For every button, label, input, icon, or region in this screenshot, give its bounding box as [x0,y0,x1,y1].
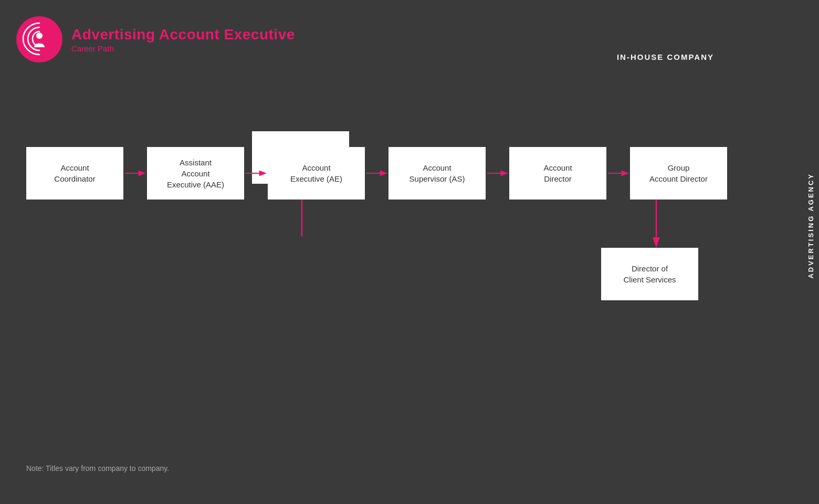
aae-label: AssistantAccountExecutive (AAE) [167,157,224,190]
svg-marker-11 [500,170,508,176]
agency-label-container: ADVERTISING AGENCY [807,126,815,326]
client-services-box-container: Director ofClient Services [601,248,698,300]
svg-point-1 [36,33,43,39]
arrow-3 [365,168,388,178]
group-director-label: GroupAccount Director [649,162,708,184]
page-subtitle: Career Path [71,44,295,53]
svg-marker-5 [138,170,145,176]
career-path-row: AccountCoordinator AssistantAccountExecu… [26,147,727,200]
svg-marker-15 [653,237,660,248]
svg-marker-13 [621,170,628,176]
ae-label: AccountExecutive (AE) [290,162,342,184]
in-house-label: IN-HOUSE COMPANY [617,52,714,61]
arrow-1 [123,168,147,178]
arrow-down-client-services [648,200,664,248]
page-title: Advertising Account Executive [71,26,295,43]
account-coordinator-box: AccountCoordinator [26,147,123,200]
client-services-label: Director ofClient Services [623,263,676,285]
client-services-box: Director ofClient Services [601,248,698,300]
logo-icon [16,16,63,63]
supervisor-label: AccountSupervisor (AS) [410,162,465,184]
arrow-2 [244,168,268,178]
supervisor-box: AccountSupervisor (AS) [388,147,486,200]
account-coordinator-label: AccountCoordinator [54,162,95,184]
account-director-box: AccountDirector [509,147,606,200]
header: Advertising Account Executive Career Pat… [16,16,295,63]
group-director-box: GroupAccount Director [630,147,727,200]
svg-marker-9 [380,170,387,176]
svg-marker-7 [259,170,266,176]
arrow-5 [606,168,630,178]
agency-label: ADVERTISING AGENCY [807,173,815,279]
aae-box: AssistantAccountExecutive (AAE) [147,147,244,200]
header-text: Advertising Account Executive Career Pat… [71,26,295,53]
ae-box: AccountExecutive (AE) [268,147,365,200]
arrow-4 [486,168,509,178]
account-director-label: AccountDirector [543,162,572,184]
note-text: Note: Titles vary from company to compan… [26,464,169,472]
